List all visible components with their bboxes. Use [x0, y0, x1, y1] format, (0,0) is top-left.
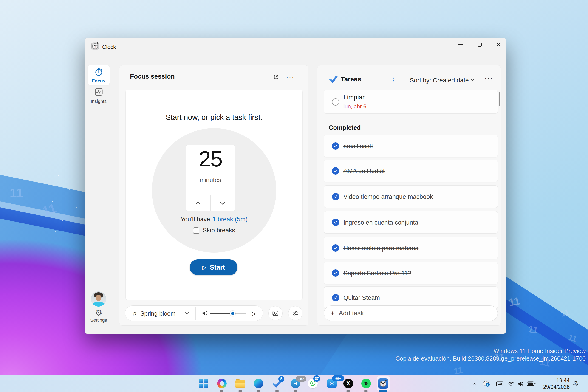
insights-icon: [94, 87, 103, 97]
check-icon: [333, 220, 338, 224]
task-title: AMA en Reddit: [344, 168, 385, 175]
task-row-limpiar[interactable]: Limpiar lun, abr 6: [324, 90, 498, 114]
sidebar-item-insights[interactable]: Insights: [88, 87, 110, 106]
volume-icon: [517, 381, 524, 387]
task-completed-checkbox[interactable]: [332, 218, 339, 226]
sound-select-dropdown[interactable]: ♫ Spring bloom: [125, 306, 196, 321]
sidebar-item-settings[interactable]: ⚙ Settings: [88, 309, 110, 330]
running-indicator: [346, 390, 350, 392]
check-icon: [333, 271, 338, 275]
battery-icon: [526, 381, 536, 387]
user-avatar[interactable]: [91, 292, 106, 306]
wallpaper-speckle: [69, 189, 70, 190]
music-note-icon: ♫: [132, 310, 137, 316]
window-title: Clock: [102, 44, 116, 50]
clock-app-icon: [91, 42, 99, 51]
wallpaper-numeral: 11: [508, 295, 521, 308]
chevron-up-icon: [195, 201, 201, 206]
copilot-icon: [217, 379, 227, 388]
skip-breaks-checkbox[interactable]: [193, 227, 199, 234]
taskbar-item-spotify[interactable]: [361, 378, 371, 388]
add-task-placeholder: Add task: [339, 310, 364, 317]
image-icon: [272, 310, 278, 316]
task-title: Quitar Steam: [344, 294, 380, 302]
task-row-completed[interactable]: Video tiempo arranque macbook: [324, 185, 498, 208]
open-in-new-icon: [273, 74, 279, 80]
tasks-more-button[interactable]: ···: [484, 73, 494, 83]
maximize-icon: [478, 43, 482, 46]
svg-text:z: z: [576, 382, 577, 383]
stopwatch-icon: [94, 67, 104, 78]
tray-onedrive[interactable]: i: [482, 380, 492, 388]
focus-card: Start now, or pick a task first. 25 minu…: [126, 90, 303, 300]
tray-clock[interactable]: 19:44 29/04/2026: [540, 377, 570, 390]
watermark-line1: Windows 11 Home Insider Preview: [396, 347, 586, 355]
start-button[interactable]: ▷ Start: [190, 260, 238, 275]
task-completed-checkbox[interactable]: [332, 269, 339, 277]
timer-card: 25 minutes: [186, 145, 235, 211]
timer-stepper: [186, 195, 235, 211]
sidebar-item-focus[interactable]: Focus: [88, 65, 110, 85]
taskbar: ✉ X: [0, 375, 588, 392]
task-completed-checkbox[interactable]: [332, 193, 339, 200]
task-row-completed[interactable]: Hacer maleta para mañana: [324, 237, 498, 259]
task-title: Video tiempo arranque macbook: [344, 193, 433, 200]
keyboard-icon: [496, 381, 504, 387]
focus-more-button[interactable]: ···: [285, 72, 296, 82]
taskbar-item-clock-active[interactable]: [378, 378, 388, 388]
tray-overflow-button[interactable]: [470, 380, 479, 388]
decrease-minutes-button[interactable]: [210, 195, 235, 211]
preview-sound-button[interactable]: ▷: [248, 309, 258, 318]
breaks-link[interactable]: 1 break (5m): [212, 216, 248, 223]
task-row-completed[interactable]: Ingreso en cuenta conjunta: [324, 211, 498, 234]
task-completed-checkbox[interactable]: [332, 244, 339, 252]
task-row-completed[interactable]: AMA en Reddit: [324, 160, 498, 182]
add-task-input[interactable]: + Add task: [324, 306, 498, 321]
running-indicator: [220, 390, 224, 392]
notification-dnd-button[interactable]: z z: [571, 380, 580, 388]
volume-slider[interactable]: [210, 313, 246, 314]
wallpaper-numeral: 11: [528, 324, 538, 334]
start-button-taskbar[interactable]: [198, 378, 208, 388]
running-indicator: [257, 390, 260, 392]
task-completed-checkbox[interactable]: [332, 294, 339, 301]
background-image-button[interactable]: [268, 306, 282, 320]
task-row-completed[interactable]: Soporte Surface Pro 11?: [324, 262, 498, 284]
open-in-new-window-button[interactable]: [271, 72, 281, 82]
wallpaper-speckle: [52, 201, 53, 202]
task-title: Ingreso en cuenta conjunta: [344, 219, 418, 226]
wallpaper-speckle: [76, 207, 77, 208]
tray-date-value: 29/04/2026: [540, 384, 570, 390]
skip-breaks-label: Skip breaks: [202, 227, 235, 234]
tasks-scrollbar[interactable]: [499, 92, 500, 106]
whatsapp-badge: 37: [313, 376, 320, 382]
focus-session-panel: Focus session ··· Start now, or pick a t…: [119, 65, 308, 326]
taskbar-item-copilot[interactable]: [217, 378, 227, 388]
todo-badge: 5: [278, 376, 284, 382]
task-row-completed[interactable]: email scott: [324, 135, 498, 157]
tray-touch-keyboard[interactable]: [495, 380, 505, 388]
maximize-button[interactable]: [472, 39, 487, 50]
focus-settings-button[interactable]: [288, 306, 302, 320]
task-completed-checkbox[interactable]: [332, 142, 339, 150]
task-checkbox[interactable]: [332, 98, 339, 106]
volume-slider-thumb[interactable]: [230, 311, 236, 316]
close-button[interactable]: ×: [491, 39, 506, 50]
increase-minutes-button[interactable]: [186, 195, 210, 211]
task-completed-checkbox[interactable]: [332, 167, 339, 174]
chevron-up-icon: [472, 381, 477, 386]
check-icon: [333, 246, 338, 250]
ellipsis-icon: ···: [286, 74, 295, 80]
focus-headline: Start now, or pick a task first.: [126, 113, 302, 122]
todo-logo-icon: [329, 75, 338, 84]
timer-minutes-value: 25: [186, 146, 235, 172]
taskbar-item-explorer[interactable]: [235, 378, 245, 388]
telegram-badge: ..87: [296, 376, 306, 382]
minimize-button[interactable]: [453, 39, 468, 50]
sort-dropdown[interactable]: Sort by: Created date: [410, 75, 479, 85]
taskbar-item-edge[interactable]: [254, 378, 264, 388]
tray-status-group[interactable]: [508, 379, 540, 388]
avatar-shirt: [92, 302, 105, 306]
taskbar-item-x[interactable]: X: [343, 378, 353, 388]
envelope-glyph: ✉: [330, 380, 334, 387]
